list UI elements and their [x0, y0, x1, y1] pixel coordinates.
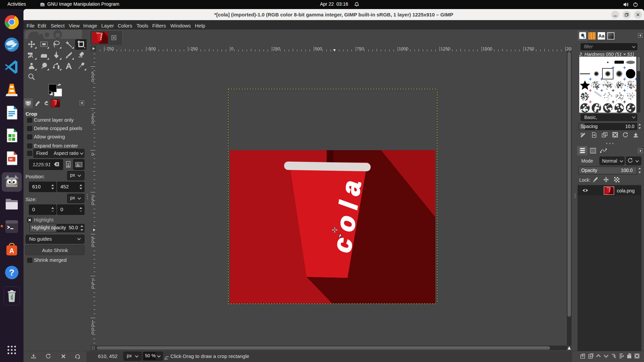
svg-text:250: 250 [273, 46, 280, 51]
svg-text:1750: 1750 [525, 46, 534, 51]
svg-text:0: 0 [91, 152, 94, 157]
svg-text:-750: -750 [105, 46, 114, 51]
svg-text:0: 0 [91, 201, 94, 206]
svg-text:?: ? [9, 267, 14, 278]
svg-text:0: 0 [91, 120, 94, 125]
svg-text:500: 500 [315, 46, 322, 51]
svg-text:0: 0 [91, 330, 94, 336]
svg-text:0: 0 [91, 285, 94, 290]
svg-text:-: - [92, 108, 93, 113]
svg-text:-500: -500 [147, 46, 156, 51]
svg-text:1250: 1250 [441, 46, 450, 51]
svg-text:1500: 1500 [483, 46, 492, 51]
svg-text:0: 0 [231, 46, 233, 51]
svg-text:750: 750 [357, 46, 364, 51]
svg-text:-250: -250 [189, 46, 198, 51]
svg-text:A: A [9, 247, 14, 254]
svg-text:-: - [92, 66, 93, 71]
svg-text:2000: 2000 [567, 46, 572, 51]
svg-text:0: 0 [91, 243, 94, 248]
svg-text:0: 0 [91, 78, 94, 83]
svg-text:1000: 1000 [399, 46, 409, 51]
